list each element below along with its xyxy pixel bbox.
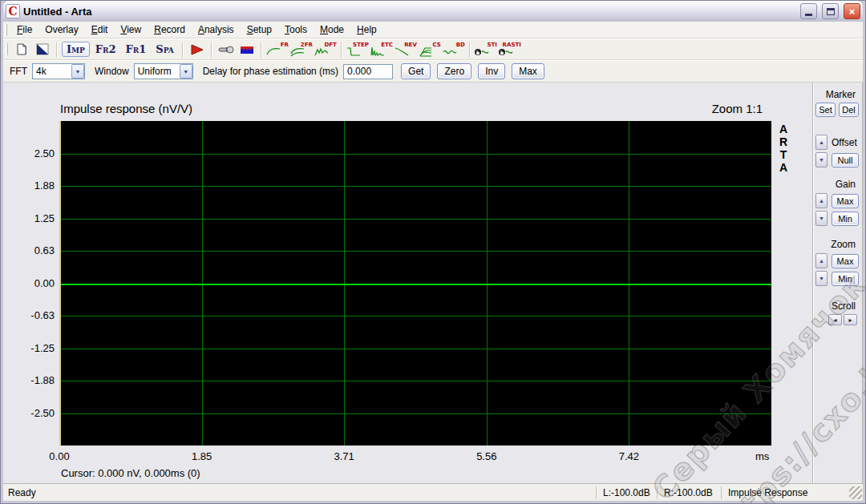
app-icon: C <box>6 4 20 18</box>
status-left-level: L:-100.0dB <box>596 486 657 499</box>
analysis-button-etc[interactable]: ETC <box>370 41 394 58</box>
analysis-button-label: RASTI <box>503 42 521 48</box>
gain-min-button[interactable]: Min <box>832 212 859 226</box>
y-axis-tick-label: 0.00 <box>6 277 55 289</box>
mode-button-fr2[interactable]: Fr2 <box>91 42 120 56</box>
zoom-down-button[interactable]: ▼ <box>815 271 828 286</box>
analysis-button-label: 2FR <box>301 42 313 48</box>
analysis-button-sti[interactable]: STI <box>474 41 498 58</box>
chevron-down-icon[interactable]: ▼ <box>71 64 84 79</box>
scroll-right-button[interactable]: ▸ <box>844 314 857 325</box>
x-axis-tick-label: 3.71 <box>334 450 354 462</box>
marker-set-button[interactable]: Set <box>815 103 836 117</box>
analysis-button-label: REV <box>404 42 417 48</box>
delay-input[interactable] <box>343 64 393 79</box>
minimize-button[interactable] <box>800 3 817 19</box>
analysis-button-2fr[interactable]: 2FR <box>289 41 314 58</box>
menu-item-analysis[interactable]: Analysis <box>192 22 241 37</box>
toolbar-separator <box>261 42 262 58</box>
analysis-button-label: CS <box>433 42 441 48</box>
analysis-button-fr[interactable]: FR <box>265 41 289 58</box>
gridline-h <box>59 413 771 414</box>
analysis-button-bd[interactable]: BD <box>442 41 466 58</box>
analysis-button-dft[interactable]: DFT <box>314 41 338 58</box>
inv-button[interactable]: Inv <box>478 63 505 79</box>
window-label: Window <box>95 66 129 77</box>
gridline-h <box>59 251 771 252</box>
zoom-up-button[interactable]: ▲ <box>815 253 828 268</box>
analysis-button-cs[interactable]: CS <box>418 41 442 58</box>
plot-area[interactable] <box>59 121 771 446</box>
maximize-button[interactable] <box>822 3 839 19</box>
invert-background-icon[interactable] <box>32 41 53 58</box>
zoom-min-button[interactable]: Min <box>832 272 859 286</box>
play-icon[interactable] <box>187 41 208 58</box>
analysis-button-rasti[interactable]: RASTI <box>498 41 522 58</box>
mode-button-fr1[interactable]: Fr1 <box>122 42 151 56</box>
close-icon: × <box>849 6 856 18</box>
new-document-icon[interactable] <box>11 41 32 58</box>
gridline-h <box>59 154 771 155</box>
y-axis-tick-label: -1.88 <box>6 374 55 386</box>
zoom-label: Zoom <box>815 239 859 250</box>
scroll-left-button[interactable]: ◂ <box>828 314 842 325</box>
x-axis-tick-label: 7.42 <box>619 450 639 462</box>
chevron-down-icon[interactable]: ▼ <box>180 64 192 79</box>
analysis-button-step[interactable]: STEP <box>346 41 370 58</box>
window-type-select[interactable]: Uniform ▼ <box>134 63 193 79</box>
gain-up-button[interactable]: ▲ <box>815 193 828 208</box>
toolbar-separator <box>211 42 212 58</box>
toolbar-separator <box>341 42 342 58</box>
menu-item-overlay[interactable]: Overlay <box>38 22 84 37</box>
cursor-readout: Cursor: 0.000 nV, 0.000ms (0) <box>61 467 200 479</box>
minimize-icon <box>805 14 812 16</box>
menu-item-file[interactable]: File <box>10 22 38 37</box>
menu-item-tools[interactable]: Tools <box>278 22 314 37</box>
status-ready: Ready <box>3 487 596 498</box>
analysis-button-rev[interactable]: REV <box>394 41 418 58</box>
signal-generator-icon[interactable] <box>237 41 257 58</box>
arta-brand-label: ARTA <box>778 123 789 174</box>
microphone-icon[interactable] <box>216 41 237 58</box>
zero-button[interactable]: Zero <box>437 63 471 79</box>
title-bar: C Untitled - Arta × <box>3 1 863 22</box>
app-window: C Untitled - Arta × FileOverlayEditViewR… <box>0 0 866 504</box>
side-control-panel: Marker Set Del ▲ Offset ▼ Null Gain ▲ Ma… <box>813 83 863 483</box>
analysis-button-label: STI <box>487 42 496 48</box>
zoom-max-button[interactable]: Max <box>832 254 859 268</box>
menu-item-record[interactable]: Record <box>148 22 192 37</box>
y-axis-tick-label: 0.63 <box>6 244 55 256</box>
zoom-ratio-label: Zoom 1:1 <box>712 102 763 115</box>
get-button[interactable]: Get <box>401 63 431 79</box>
marker-label: Marker <box>815 89 859 100</box>
cursor-marker[interactable] <box>59 121 61 446</box>
marker-del-button[interactable]: Del <box>839 103 859 117</box>
scroll-label: Scroll <box>815 300 859 312</box>
max-button[interactable]: Max <box>512 63 544 79</box>
menu-item-help[interactable]: Help <box>350 22 383 37</box>
fft-size-value: 4k <box>33 66 71 77</box>
offset-up-button[interactable]: ▲ <box>815 135 828 150</box>
status-bar: Ready L:-100.0dB R:-100.0dB Impulse Resp… <box>3 483 863 501</box>
x-axis-tick-label: 5.56 <box>476 450 496 462</box>
plot-title: Impulse response (nV/V) <box>60 102 192 115</box>
fft-settings-bar: FFT 4k ▼ Window Uniform ▼ Delay for phas… <box>3 60 863 83</box>
resize-grip[interactable] <box>849 486 862 499</box>
mode-button-imp[interactable]: Imp <box>62 42 90 57</box>
toolbar-grip <box>6 43 8 55</box>
menu-item-mode[interactable]: Mode <box>314 22 350 37</box>
toolbar-separator <box>182 42 184 58</box>
offset-null-button[interactable]: Null <box>832 153 859 167</box>
gain-down-button[interactable]: ▼ <box>815 211 828 226</box>
window-type-value: Uniform <box>135 66 180 77</box>
menu-item-setup[interactable]: Setup <box>241 22 278 37</box>
close-button[interactable]: × <box>844 3 860 19</box>
x-axis-unit-label: ms <box>755 450 769 462</box>
menu-item-edit[interactable]: Edit <box>85 22 115 37</box>
fft-size-select[interactable]: 4k ▼ <box>32 63 85 79</box>
y-axis-tick-label: -1.25 <box>6 342 55 354</box>
offset-down-button[interactable]: ▼ <box>815 152 828 167</box>
menu-item-view[interactable]: View <box>114 22 148 37</box>
gain-max-button[interactable]: Max <box>832 194 859 208</box>
mode-button-spa[interactable]: Spa <box>152 42 177 56</box>
